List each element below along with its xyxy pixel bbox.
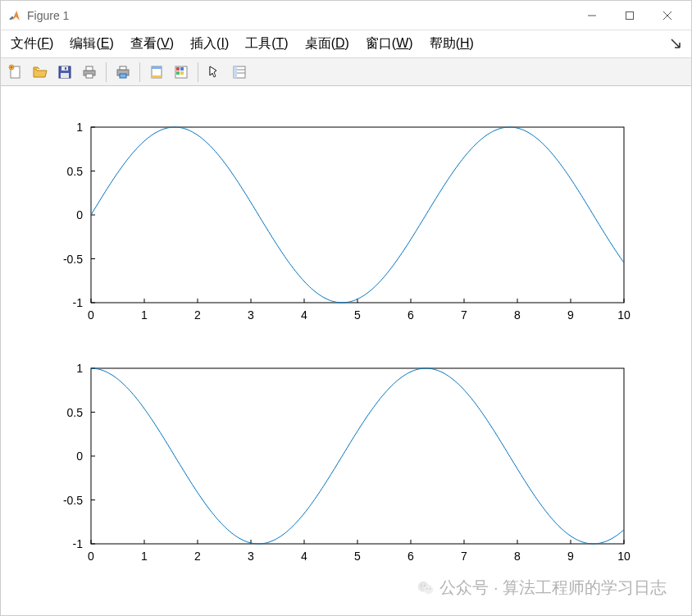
menu-file[interactable]: 文件(F) xyxy=(2,32,61,56)
svg-text:-1: -1 xyxy=(73,537,84,550)
dock-arrow-icon[interactable] xyxy=(670,38,683,51)
svg-text:5: 5 xyxy=(354,308,361,322)
toolbar-separator xyxy=(139,62,140,82)
matlab-icon xyxy=(7,8,22,23)
svg-rect-61 xyxy=(91,368,624,544)
menu-edit[interactable]: 编辑(E) xyxy=(61,32,121,56)
svg-text:-0.5: -0.5 xyxy=(63,253,83,266)
new-figure-button[interactable] xyxy=(4,61,27,84)
svg-text:0.5: 0.5 xyxy=(67,406,84,419)
svg-text:9: 9 xyxy=(567,550,574,563)
svg-text:9: 9 xyxy=(567,308,574,322)
svg-text:1: 1 xyxy=(76,362,83,375)
svg-rect-18 xyxy=(152,75,162,78)
svg-text:1: 1 xyxy=(141,308,148,322)
menu-tools[interactable]: 工具(T) xyxy=(237,32,296,56)
svg-rect-15 xyxy=(120,74,126,78)
toolbar-separator xyxy=(106,62,107,82)
svg-text:2: 2 xyxy=(194,550,201,563)
svg-rect-23 xyxy=(180,71,184,75)
save-button[interactable] xyxy=(53,61,76,84)
svg-text:0: 0 xyxy=(88,308,94,322)
figure-toolbar xyxy=(1,58,691,86)
svg-text:-0.5: -0.5 xyxy=(63,494,83,507)
svg-text:5: 5 xyxy=(354,550,361,563)
svg-text:8: 8 xyxy=(514,550,521,563)
svg-text:4: 4 xyxy=(301,550,307,563)
menu-bar: 文件(F) 编辑(E) 查看(V) 插入(I) 工具(T) 桌面(D) 窗口(W… xyxy=(1,30,691,58)
menu-window[interactable]: 窗口(W) xyxy=(357,32,421,56)
svg-text:3: 3 xyxy=(248,308,254,322)
svg-text:3: 3 xyxy=(248,550,254,563)
svg-rect-21 xyxy=(180,67,184,71)
figure-window: Figure 1 文件(F) 编辑(E) 查看(V) 插入(I) 工具(T) 桌… xyxy=(0,0,692,616)
property-inspector-button[interactable] xyxy=(228,61,251,84)
toolbar-separator xyxy=(198,62,198,82)
title-bar: Figure 1 xyxy=(1,1,691,30)
window-title: Figure 1 xyxy=(27,9,69,22)
svg-rect-28 xyxy=(91,127,624,303)
svg-text:0: 0 xyxy=(76,449,83,463)
minimize-button[interactable] xyxy=(573,2,611,29)
print-button[interactable] xyxy=(78,61,101,84)
axes-container: 012345678910-1-0.500.51012345678910-1-0.… xyxy=(1,86,691,614)
svg-text:6: 6 xyxy=(407,550,414,563)
svg-rect-12 xyxy=(86,74,93,78)
svg-text:7: 7 xyxy=(461,550,467,563)
svg-rect-1 xyxy=(626,11,634,19)
insert-colorbar-button[interactable] xyxy=(170,61,193,84)
svg-text:0: 0 xyxy=(76,208,83,221)
svg-rect-9 xyxy=(65,67,66,70)
svg-text:2: 2 xyxy=(194,308,201,322)
close-button[interactable] xyxy=(649,2,686,29)
edit-plot-button[interactable] xyxy=(203,61,226,84)
svg-text:-1: -1 xyxy=(73,296,84,309)
svg-rect-17 xyxy=(152,66,162,69)
print-preview-button[interactable] xyxy=(112,61,134,84)
svg-text:1: 1 xyxy=(141,550,148,563)
svg-text:0.5: 0.5 xyxy=(67,165,84,178)
menu-insert[interactable]: 插入(I) xyxy=(182,32,237,56)
figure-canvas[interactable]: 012345678910-1-0.500.51012345678910-1-0.… xyxy=(1,86,691,615)
svg-text:8: 8 xyxy=(514,308,521,322)
svg-rect-8 xyxy=(61,73,69,78)
svg-text:10: 10 xyxy=(617,550,631,563)
menu-help[interactable]: 帮助(H) xyxy=(421,32,482,56)
svg-rect-22 xyxy=(176,71,180,75)
svg-text:7: 7 xyxy=(461,308,467,322)
svg-text:1: 1 xyxy=(76,121,83,134)
svg-rect-11 xyxy=(86,66,93,71)
open-button[interactable] xyxy=(29,61,52,84)
maximize-button[interactable] xyxy=(611,2,649,29)
svg-rect-20 xyxy=(176,67,180,71)
link-axes-button[interactable] xyxy=(145,61,168,84)
svg-text:10: 10 xyxy=(617,308,631,322)
svg-rect-25 xyxy=(234,66,237,78)
menu-view[interactable]: 查看(V) xyxy=(122,32,182,56)
menu-desktop[interactable]: 桌面(D) xyxy=(297,32,357,56)
svg-text:0: 0 xyxy=(88,550,94,563)
svg-text:6: 6 xyxy=(407,308,414,322)
svg-text:4: 4 xyxy=(301,308,307,322)
svg-rect-14 xyxy=(120,66,126,70)
